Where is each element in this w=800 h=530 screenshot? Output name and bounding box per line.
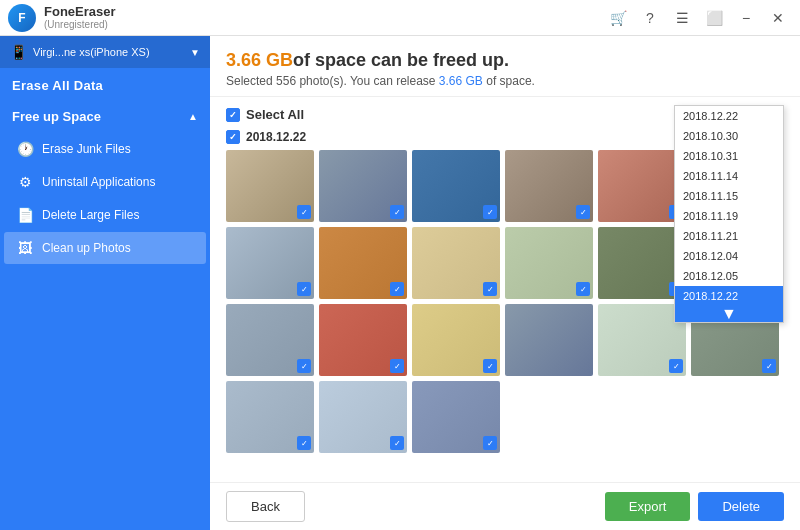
- photo-check-icon: ✓: [297, 205, 311, 219]
- photo-item[interactable]: ✓: [226, 227, 314, 299]
- photo-item[interactable]: ✓: [412, 304, 500, 376]
- photo-grid-row4: ✓ ✓ ✓: [226, 381, 784, 453]
- date-dropdown-list[interactable]: 2018.12.22 2018.10.30 2018.10.31 2018.11…: [674, 105, 784, 323]
- dropdown-item-4[interactable]: 2018.11.15: [675, 186, 783, 206]
- photo-check-icon: ✓: [297, 359, 311, 373]
- photo-check-icon: ✓: [390, 359, 404, 373]
- delete-large-label: Delete Large Files: [42, 208, 139, 222]
- dropdown-item-3[interactable]: 2018.11.14: [675, 166, 783, 186]
- subtitle-gb: 3.66 GB: [439, 74, 483, 88]
- clean-photos-label: Clean up Photos: [42, 241, 131, 255]
- device-icon: 📱: [10, 44, 27, 60]
- uninstall-apps-label: Uninstall Applications: [42, 175, 155, 189]
- uninstall-apps-icon: ⚙: [16, 174, 34, 190]
- dropdown-item-9[interactable]: 2018.12.22: [675, 286, 783, 306]
- sidebar-item-uninstall-apps[interactable]: ⚙ Uninstall Applications: [4, 166, 206, 198]
- photo-item[interactable]: ✓: [505, 150, 593, 222]
- device-name: Virgi...ne xs(iPhone XS): [33, 46, 184, 58]
- dropdown-item-7[interactable]: 2018.12.04: [675, 246, 783, 266]
- export-button[interactable]: Export: [605, 492, 691, 521]
- menu-button[interactable]: ☰: [668, 4, 696, 32]
- title-bar-controls: 🛒 ? ☰ ⬜ − ✕: [604, 4, 792, 32]
- photo-check-icon: ✓: [483, 436, 497, 450]
- free-up-header[interactable]: Free up Space ▲: [0, 101, 210, 132]
- dropdown-item-2[interactable]: 2018.10.31: [675, 146, 783, 166]
- free-up-arrow-icon: ▲: [188, 111, 198, 122]
- subtitle-count: 556: [276, 74, 296, 88]
- sidebar-item-clean-photos[interactable]: 🖼 Clean up Photos: [4, 232, 206, 264]
- app-logo: F: [8, 4, 36, 32]
- photo-item[interactable]: ✓: [319, 304, 407, 376]
- photo-item[interactable]: [505, 304, 593, 376]
- title-bar-left: F FoneEraser (Unregistered): [8, 4, 116, 32]
- dropdown-item-8[interactable]: 2018.12.05: [675, 266, 783, 286]
- photo-check-icon: ✓: [390, 282, 404, 296]
- content-subtitle: Selected 556 photo(s). You can release 3…: [226, 74, 784, 88]
- photo-check-icon: ✓: [483, 359, 497, 373]
- erase-junk-label: Erase Junk Files: [42, 142, 131, 156]
- device-selector[interactable]: 📱 Virgi...ne xs(iPhone XS) ▼: [0, 36, 210, 68]
- sidebar-item-delete-large[interactable]: 📄 Delete Large Files: [4, 199, 206, 231]
- photo-check-icon: ✓: [297, 282, 311, 296]
- content-header: 3.66 GBof space can be freed up. Selecte…: [210, 36, 800, 97]
- close-button[interactable]: ✕: [764, 4, 792, 32]
- photo-check-icon: ✓: [483, 205, 497, 219]
- back-button[interactable]: Back: [226, 491, 305, 522]
- photo-item[interactable]: ✓: [226, 381, 314, 453]
- erase-junk-icon: 🕐: [16, 141, 34, 157]
- photo-item[interactable]: ✓: [226, 304, 314, 376]
- device-arrow-icon: ▼: [190, 47, 200, 58]
- logo-letter: F: [18, 11, 25, 25]
- photo-item[interactable]: ✓: [319, 227, 407, 299]
- dropdown-scroll[interactable]: 2018.12.22 2018.10.30 2018.10.31 2018.11…: [675, 106, 783, 306]
- photo-check-icon: ✓: [762, 359, 776, 373]
- main-layout: 📱 Virgi...ne xs(iPhone XS) ▼ Erase All D…: [0, 36, 800, 530]
- date-checkbox[interactable]: ✓: [226, 130, 240, 144]
- photo-check-icon: ✓: [483, 282, 497, 296]
- delete-button[interactable]: Delete: [698, 492, 784, 521]
- photo-item[interactable]: ✓: [226, 150, 314, 222]
- cart-button[interactable]: 🛒: [604, 4, 632, 32]
- photo-item[interactable]: ✓: [412, 150, 500, 222]
- sidebar-erase-title[interactable]: Erase All Data: [0, 68, 210, 99]
- photo-item[interactable]: ✓: [319, 150, 407, 222]
- photo-item[interactable]: ✓: [319, 381, 407, 453]
- photo-check-icon: ✓: [390, 205, 404, 219]
- photo-check-icon: ✓: [576, 205, 590, 219]
- photo-check-icon: ✓: [390, 436, 404, 450]
- photo-item[interactable]: ✓: [598, 150, 686, 222]
- photo-item[interactable]: ✓: [598, 304, 686, 376]
- minimize-button[interactable]: −: [732, 4, 760, 32]
- app-unregistered: (Unregistered): [44, 19, 116, 31]
- content-panel: 3.66 GBof space can be freed up. Selecte…: [210, 36, 800, 530]
- clean-photos-icon: 🖼: [16, 240, 34, 256]
- photo-item[interactable]: ✓: [505, 227, 593, 299]
- title-bar: F FoneEraser (Unregistered) 🛒 ? ☰ ⬜ − ✕: [0, 0, 800, 36]
- restore-button[interactable]: ⬜: [700, 4, 728, 32]
- subtitle-middle: photo(s). You can release: [296, 74, 439, 88]
- dropdown-item-6[interactable]: 2018.11.21: [675, 226, 783, 246]
- dropdown-scroll-down[interactable]: ▼: [675, 306, 783, 322]
- subtitle-prefix: Selected: [226, 74, 276, 88]
- free-up-label: Free up Space: [12, 109, 101, 124]
- dropdown-item-5[interactable]: 2018.11.19: [675, 206, 783, 226]
- photo-check-icon: ✓: [669, 359, 683, 373]
- content-footer: Back Export Delete: [210, 482, 800, 530]
- select-all-checkbox[interactable]: ✓: [226, 108, 240, 122]
- photo-item[interactable]: ✓: [598, 227, 686, 299]
- sidebar-item-erase-junk[interactable]: 🕐 Erase Junk Files: [4, 133, 206, 165]
- help-button[interactable]: ?: [636, 4, 664, 32]
- dropdown-item-0[interactable]: 2018.12.22: [675, 106, 783, 126]
- photo-item[interactable]: ✓: [412, 227, 500, 299]
- sidebar: 📱 Virgi...ne xs(iPhone XS) ▼ Erase All D…: [0, 36, 210, 530]
- delete-large-icon: 📄: [16, 207, 34, 223]
- content-headline: 3.66 GBof space can be freed up.: [226, 50, 784, 71]
- dropdown-item-1[interactable]: 2018.10.30: [675, 126, 783, 146]
- date-group-label: 2018.12.22: [246, 130, 306, 144]
- photo-check-icon: ✓: [297, 436, 311, 450]
- app-title: FoneEraser (Unregistered): [44, 4, 116, 32]
- select-all-label: Select All: [246, 107, 304, 122]
- content-body: ✓ Select All ✓ 2018.12.22 ✓ ✓: [210, 97, 800, 482]
- photo-item[interactable]: ✓: [412, 381, 500, 453]
- headline-text: of space can be freed up.: [293, 50, 509, 70]
